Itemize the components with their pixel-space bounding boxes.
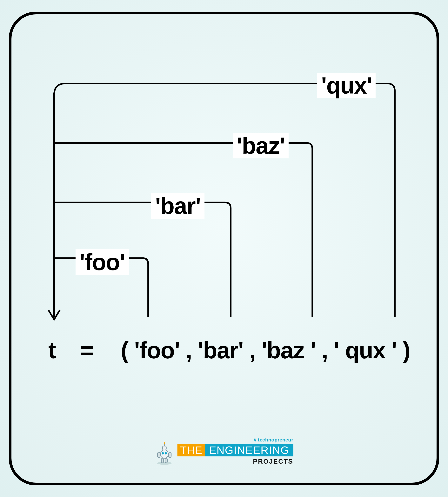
- diagram-card: 'qux' 'baz' 'bar' 'foo' t = ( 'foo' , 'b…: [9, 12, 439, 485]
- svg-rect-7: [158, 452, 160, 457]
- svg-point-3: [165, 452, 167, 454]
- tuple-expression: ( 'foo' , 'bar' , 'baz ' , ' qux ' ): [121, 339, 410, 362]
- svg-point-2: [161, 452, 164, 454]
- svg-point-6: [163, 442, 165, 444]
- logo-bar: THE ENGINEERING: [177, 444, 293, 456]
- svg-rect-9: [161, 458, 163, 463]
- page: 'qux' 'baz' 'bar' 'foo' t = ( 'foo' , 'b…: [0, 0, 448, 497]
- svg-rect-10: [165, 458, 167, 463]
- drop-qux: [314, 83, 395, 317]
- svg-rect-8: [169, 452, 171, 457]
- arrow-path-baz: [54, 143, 312, 317]
- logo-hashtag: # technopreneur: [254, 437, 293, 443]
- logo-text-block: # technopreneur THE ENGINEERING PROJECTS: [177, 437, 293, 465]
- robot-icon: [155, 442, 174, 465]
- logo-the: THE: [177, 444, 205, 456]
- logo-engineering: ENGINEERING: [205, 444, 293, 456]
- label-baz: 'baz': [233, 133, 288, 158]
- svg-rect-1: [160, 450, 168, 458]
- label-foo: 'foo': [76, 249, 129, 275]
- equals-sign: =: [80, 339, 94, 362]
- label-bar: 'bar': [151, 193, 205, 218]
- footer-logo: # technopreneur THE ENGINEERING PROJECTS: [155, 437, 293, 465]
- logo-projects: PROJECTS: [253, 458, 293, 465]
- variable-t: t: [48, 339, 56, 362]
- svg-rect-4: [162, 446, 166, 450]
- svg-point-0: [157, 462, 172, 465]
- label-qux: 'qux': [317, 73, 376, 98]
